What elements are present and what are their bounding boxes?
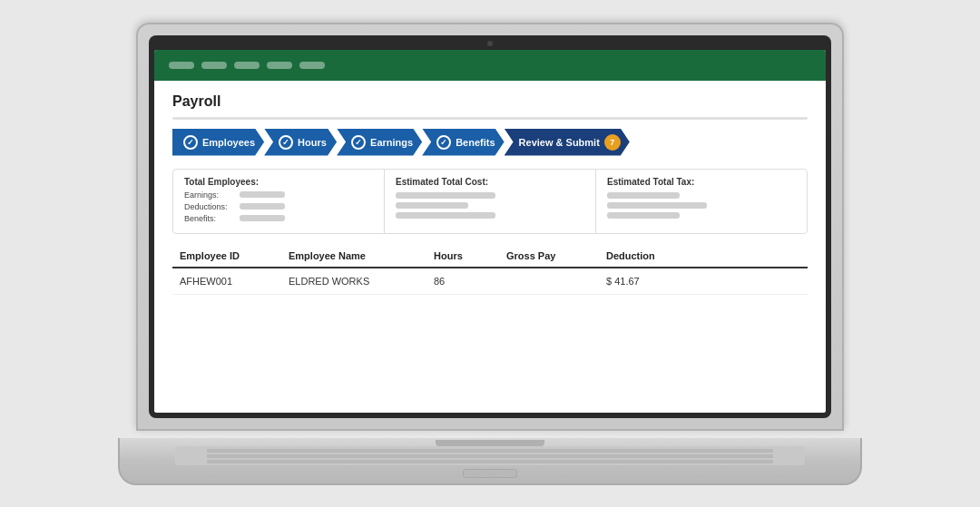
step-review-submit[interactable]: Review & Submit 7 [505, 129, 630, 156]
divider [172, 117, 808, 120]
keyboard-rows [207, 449, 773, 463]
laptop-base [118, 438, 862, 485]
screen-content: Payroll ✓ Employees ✓ Hours ✓ [154, 50, 826, 413]
col-header-deduction: Deduction [606, 250, 706, 261]
keyboard-row-2 [207, 454, 773, 458]
nav-dot-2 [201, 62, 227, 69]
summary-earnings-row: Earnings: [184, 190, 373, 200]
summary-total-employees-label: Total Employees: [184, 177, 373, 187]
cell-employee-name: ELDRED WORKS [289, 276, 434, 287]
laptop-hinge [436, 440, 544, 447]
cell-hours: 86 [434, 276, 506, 287]
cell-deduction: $ 41.67 [606, 276, 706, 287]
touchpad [463, 469, 517, 478]
summary-col-employees: Total Employees: Earnings: Deductions: B… [173, 170, 385, 233]
summary-benefits-label: Benefits: [184, 214, 234, 223]
nav-dot-5 [299, 62, 325, 69]
table-row: AFHEW001 ELDRED WORKS 86 $ 41.67 [172, 268, 808, 295]
summary-deductions-row: Deductions: [184, 202, 373, 211]
step-label-benefits: Benefits [456, 137, 495, 148]
step-hours[interactable]: ✓ Hours [264, 129, 337, 156]
summary-earnings-val [240, 191, 285, 198]
summary-benefits-row: Benefits: [184, 214, 373, 223]
summary-cost-bar1 [396, 192, 495, 199]
summary-tax-bar3 [607, 212, 680, 219]
cell-employee-id: AFHEW001 [180, 276, 289, 287]
summary-deductions-label: Deductions: [184, 202, 234, 211]
screen-bezel: Payroll ✓ Employees ✓ Hours ✓ [149, 35, 831, 418]
main-content: Payroll ✓ Employees ✓ Hours ✓ [154, 81, 826, 413]
step-check-hours: ✓ [279, 135, 293, 150]
col-header-hours: Hours [434, 250, 506, 261]
summary-benefits-val [240, 215, 285, 221]
col-header-employee-name: Employee Name [289, 250, 434, 261]
page-title: Payroll [172, 93, 808, 110]
steps-container: ✓ Employees ✓ Hours ✓ Earnings ✓ [172, 129, 808, 156]
laptop-device: Payroll ✓ Employees ✓ Hours ✓ [136, 23, 844, 485]
nav-dot-3 [234, 62, 260, 69]
payroll-table: Employee ID Employee Name Hours Gross Pa… [172, 245, 808, 295]
summary-deductions-val [240, 203, 285, 210]
col-header-gross-pay: Gross Pay [506, 250, 606, 261]
summary-total-tax-label: Estimated Total Tax: [607, 177, 796, 187]
camera [487, 41, 493, 46]
step-badge-review: 7 [604, 134, 621, 151]
summary-tax-bar1 [607, 192, 680, 199]
cell-gross-pay [506, 276, 606, 287]
step-check-earnings: ✓ [351, 135, 366, 150]
summary-earnings-label: Earnings: [184, 190, 234, 200]
step-label-hours: Hours [298, 137, 327, 148]
top-nav-bar [154, 50, 826, 81]
summary-cost-bar2 [396, 202, 468, 209]
summary-cost-bar3 [396, 212, 495, 219]
summary-col-tax: Estimated Total Tax: [596, 170, 807, 233]
step-check-benefits: ✓ [436, 135, 451, 150]
step-label-earnings: Earnings [370, 137, 413, 148]
step-label-employees: Employees [202, 137, 255, 148]
step-label-review: Review & Submit [519, 137, 600, 148]
step-check-employees: ✓ [183, 135, 198, 150]
summary-tax-bar2 [607, 202, 707, 209]
keyboard-row-1 [207, 449, 773, 453]
summary-col-cost: Estimated Total Cost: [385, 170, 596, 233]
keyboard-row-3 [207, 460, 773, 463]
summary-section: Total Employees: Earnings: Deductions: B… [172, 169, 808, 234]
keyboard-area [175, 446, 805, 465]
summary-total-cost-label: Estimated Total Cost: [396, 177, 584, 187]
step-benefits[interactable]: ✓ Benefits [422, 129, 504, 156]
table-header: Employee ID Employee Name Hours Gross Pa… [172, 245, 808, 268]
col-header-employee-id: Employee ID [180, 250, 289, 261]
step-earnings[interactable]: ✓ Earnings [337, 129, 422, 156]
laptop-lid: Payroll ✓ Employees ✓ Hours ✓ [136, 23, 844, 431]
step-employees[interactable]: ✓ Employees [172, 129, 264, 156]
nav-dot-4 [267, 62, 292, 69]
nav-dot-1 [169, 62, 194, 69]
